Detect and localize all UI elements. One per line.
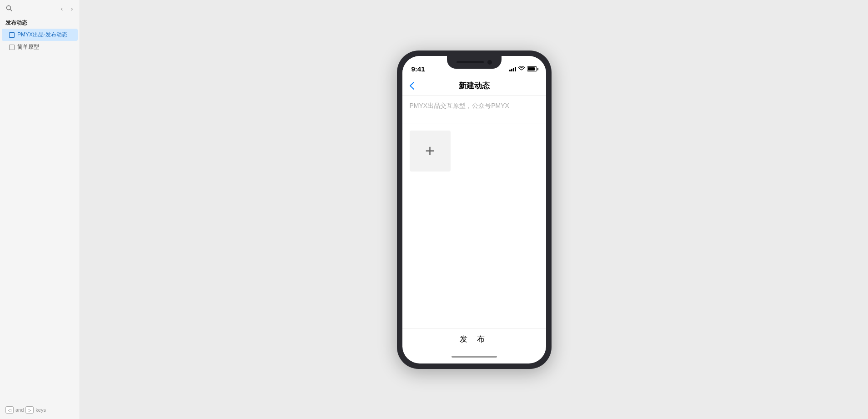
home-bar bbox=[452, 356, 497, 358]
shortcut-keys-label: keys bbox=[35, 407, 46, 413]
sidebar-section-title: 发布动态 bbox=[0, 16, 80, 29]
signal-bar-4 bbox=[515, 67, 516, 71]
sidebar-item-label: PMYX出品-发布动态 bbox=[17, 31, 67, 39]
sidebar-nav-buttons: ‹ › bbox=[58, 5, 76, 13]
sidebar: ‹ › 发布动态 PMYX出品-发布动态 简单原型 ◁ and ▷ keys bbox=[0, 0, 80, 419]
phone-bottom-bar: 发 布 bbox=[402, 328, 546, 350]
shortcut-key-2: ▷ bbox=[25, 406, 34, 414]
sidebar-search-area: ‹ › bbox=[0, 0, 80, 16]
main-area: 9:41 bbox=[80, 0, 868, 419]
nav-forward-button[interactable]: › bbox=[68, 5, 76, 13]
search-icon[interactable] bbox=[5, 5, 13, 12]
nav-back-button[interactable]: ‹ bbox=[58, 5, 66, 13]
phone-screen: 9:41 bbox=[402, 56, 546, 363]
image-upload-area: + bbox=[402, 123, 546, 179]
shortcut-key-1: ◁ bbox=[5, 406, 14, 414]
status-time: 9:41 bbox=[411, 65, 425, 73]
plus-icon: + bbox=[425, 143, 435, 159]
sidebar-item-simple-prototype[interactable]: 简单原型 bbox=[2, 41, 78, 53]
battery-icon bbox=[527, 66, 537, 71]
sidebar-item-icon bbox=[9, 32, 15, 38]
text-input-area[interactable]: PMYX出品交互原型，公众号PMYX bbox=[402, 96, 546, 123]
signal-bar-3 bbox=[513, 68, 514, 71]
nav-back-button[interactable] bbox=[410, 82, 414, 90]
text-placeholder: PMYX出品交互原型，公众号PMYX bbox=[410, 102, 509, 109]
notch-camera bbox=[487, 60, 492, 65]
add-image-button[interactable]: + bbox=[410, 131, 451, 172]
phone-home-indicator bbox=[402, 350, 546, 363]
phone-status-bar: 9:41 bbox=[402, 56, 546, 76]
status-icons bbox=[509, 66, 537, 72]
signal-bar-2 bbox=[511, 69, 512, 71]
wifi-icon bbox=[518, 66, 525, 72]
signal-bar-1 bbox=[509, 70, 511, 71]
sidebar-item-label: 简单原型 bbox=[17, 43, 39, 51]
publish-button[interactable]: 发 布 bbox=[460, 334, 488, 344]
shortcut-and-text: and bbox=[15, 407, 24, 413]
nav-title: 新建动态 bbox=[459, 81, 490, 91]
sidebar-bottom-hint: ◁ and ▷ keys bbox=[0, 406, 80, 414]
phone-notch bbox=[447, 56, 502, 69]
sidebar-item-icon bbox=[9, 45, 15, 50]
phone-nav-bar: 新建动态 bbox=[402, 76, 546, 96]
phone-mockup: 9:41 bbox=[397, 50, 552, 369]
svg-line-1 bbox=[10, 10, 12, 11]
signal-bars-icon bbox=[509, 67, 516, 71]
notch-speaker bbox=[457, 61, 484, 63]
sidebar-item-pmyx-post[interactable]: PMYX出品-发布动态 bbox=[2, 29, 78, 41]
battery-fill bbox=[528, 67, 535, 71]
phone-content: PMYX出品交互原型，公众号PMYX + bbox=[402, 96, 546, 328]
